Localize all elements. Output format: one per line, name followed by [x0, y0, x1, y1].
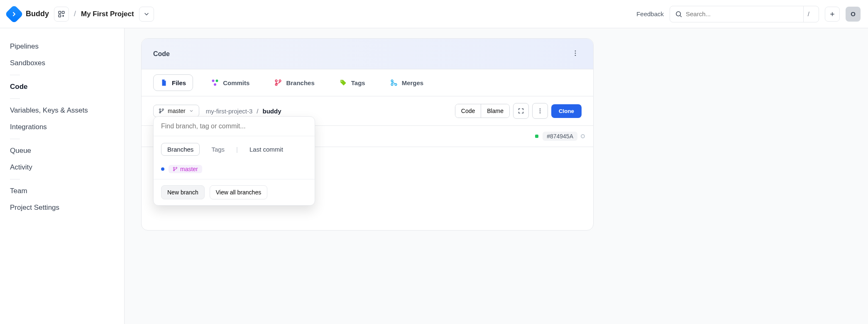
dropdown-body: master: [154, 158, 315, 179]
search-box[interactable]: /: [670, 6, 819, 22]
dropdown-search-row: [154, 117, 315, 136]
svg-point-16: [395, 83, 397, 86]
svg-point-23: [540, 112, 540, 113]
brand-name[interactable]: Buddy: [26, 10, 49, 18]
toolbar-left: master my-first-project-3 / buddy: [153, 105, 281, 117]
branch-selector[interactable]: master: [153, 105, 199, 117]
clone-button[interactable]: Clone: [551, 104, 582, 118]
svg-point-21: [540, 108, 540, 109]
svg-point-3: [63, 15, 64, 16]
commits-icon: [211, 79, 219, 86]
nav-divider: [10, 139, 20, 139]
avatar[interactable]: O: [846, 7, 861, 22]
svg-point-18: [159, 109, 161, 110]
view-code-button[interactable]: Code: [455, 104, 481, 118]
view-mode-group: Code Blame: [455, 104, 510, 118]
svg-point-22: [540, 110, 540, 111]
more-options-button[interactable]: [532, 103, 548, 119]
file-icon: [160, 79, 168, 86]
svg-point-5: [575, 50, 576, 52]
view-blame-button[interactable]: Blame: [481, 104, 509, 118]
tab-commits-label: Commits: [223, 79, 249, 86]
fullscreen-button[interactable]: [513, 103, 529, 119]
tab-branches[interactable]: Branches: [268, 75, 321, 91]
nav-divider: [10, 179, 20, 179]
sidebar-item-code[interactable]: Code: [10, 79, 114, 95]
header: Buddy / My First Project Feedback / O: [0, 0, 868, 28]
svg-rect-2: [59, 15, 61, 17]
content: Code Files Commits Branches: [125, 28, 868, 324]
svg-point-7: [575, 55, 576, 56]
tab-files[interactable]: Files: [153, 74, 193, 91]
dd-tab-divider: |: [236, 146, 238, 153]
layout: Pipelines Sandboxes Code Variables, Keys…: [0, 28, 868, 324]
file-toolbar: master my-first-project-3 / buddy Code B…: [142, 96, 593, 125]
sidebar-item-integrations[interactable]: Integrations: [10, 119, 114, 135]
svg-point-17: [391, 83, 393, 86]
sidebar-item-variables[interactable]: Variables, Keys & Assets: [10, 102, 114, 119]
svg-rect-0: [59, 11, 61, 13]
sidebar-item-activity[interactable]: Activity: [10, 159, 114, 176]
add-button[interactable]: [825, 7, 840, 22]
crumb-sep: /: [257, 108, 258, 115]
tags-icon: [340, 79, 347, 86]
branch-item-master[interactable]: master: [161, 162, 307, 176]
sidebar-item-sandboxes[interactable]: Sandboxes: [10, 55, 114, 71]
sidebar: Pipelines Sandboxes Code Variables, Keys…: [0, 28, 125, 324]
tab-merges[interactable]: Merges: [384, 75, 430, 91]
sidebar-item-team[interactable]: Team: [10, 183, 114, 199]
commit-hash-badge[interactable]: #874945A: [543, 132, 577, 141]
branch-name: master: [180, 166, 198, 172]
sidebar-item-pipelines[interactable]: Pipelines: [10, 38, 114, 55]
svg-point-9: [216, 80, 218, 82]
dd-tab-last-commit[interactable]: Last commit: [244, 143, 289, 155]
svg-point-14: [341, 81, 342, 81]
code-tabs: Files Commits Branches Tags Merges: [142, 69, 593, 96]
branch-active-dot: [161, 167, 164, 171]
branch-search-input[interactable]: [161, 123, 307, 130]
panel-header: Code: [142, 39, 593, 69]
merges-icon: [390, 79, 398, 86]
search-shortcut: /: [803, 6, 814, 22]
project-name[interactable]: My First Project: [81, 10, 134, 18]
new-branch-button[interactable]: New branch: [161, 185, 205, 199]
panel-menu[interactable]: [569, 47, 582, 61]
svg-point-24: [174, 167, 175, 169]
dd-tab-tags[interactable]: Tags: [205, 143, 230, 155]
dropdown-tabs: Branches Tags | Last commit: [154, 136, 315, 158]
crumb-current: buddy: [262, 108, 281, 115]
panel-title: Code: [153, 50, 170, 58]
code-panel: Code Files Commits Branches: [141, 38, 594, 231]
branch-icon: [173, 167, 178, 172]
dropdown-footer: New branch View all branches: [154, 179, 315, 205]
view-all-branches-button[interactable]: View all branches: [210, 185, 267, 199]
toolbar-right: Code Blame Clone: [455, 103, 582, 119]
svg-point-11: [276, 80, 278, 82]
crumb-root[interactable]: my-first-project-3: [206, 108, 253, 115]
project-dropdown[interactable]: [139, 7, 154, 22]
svg-point-6: [575, 53, 576, 54]
nav-divider: [10, 75, 20, 75]
branch-dropdown: Branches Tags | Last commit master: [153, 116, 315, 206]
svg-point-25: [176, 167, 177, 169]
workspace-switcher[interactable]: [54, 7, 69, 22]
status-indicator: [581, 134, 585, 138]
branch-current: master: [168, 108, 186, 114]
sidebar-item-queue[interactable]: Queue: [10, 142, 114, 159]
breadcrumb: my-first-project-3 / buddy: [206, 108, 281, 115]
feedback-link[interactable]: Feedback: [636, 10, 664, 17]
header-right: Feedback / O: [636, 6, 861, 22]
tab-commits[interactable]: Commits: [205, 75, 256, 91]
svg-point-4: [676, 12, 681, 16]
branch-pill: master: [169, 165, 202, 173]
branches-icon: [274, 79, 282, 86]
tab-tags[interactable]: Tags: [333, 75, 372, 91]
svg-rect-1: [62, 11, 64, 13]
sidebar-item-project-settings[interactable]: Project Settings: [10, 199, 114, 216]
tab-branches-label: Branches: [286, 79, 314, 86]
logo[interactable]: [5, 5, 23, 23]
branch-icon: [159, 108, 164, 114]
svg-point-12: [279, 80, 281, 82]
dd-tab-branches[interactable]: Branches: [161, 143, 200, 156]
search-input[interactable]: [682, 10, 800, 17]
